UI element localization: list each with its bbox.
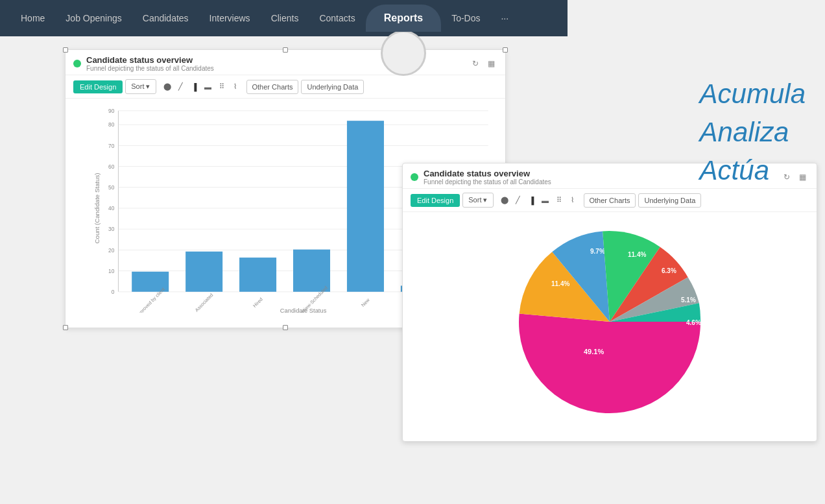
svg-text:90: 90 [108,108,115,114]
tagline-line1: Acumula [700,75,806,114]
sort-button-right[interactable]: Sort ▾ [462,193,493,208]
svg-text:4.6%: 4.6% [686,319,701,326]
svg-text:9.7%: 9.7% [590,248,605,255]
other-charts-button-left[interactable]: Other Charts [246,80,299,94]
area-chart-icon-left[interactable]: ⌇ [230,81,241,93]
svg-text:20: 20 [108,246,115,253]
nav-more[interactable]: ··· [490,0,519,36]
svg-text:New: New [360,296,371,308]
pie-chart-area-right: 49.1% 11.4% 9.7% 11.4% 6.3% 5.1% 4.6% [403,212,817,431]
other-charts-button-right[interactable]: Other Charts [584,193,636,208]
chart-type-icons-left: ⬤ ╱ ▐ ▬ ⠿ ⌇ [161,81,241,93]
chart-panel-right: Candidate status overview Funnel depicti… [402,163,817,442]
selection-handle-bl[interactable] [63,325,68,330]
bar-chart-icon-right[interactable]: ▐ [526,195,538,206]
line-chart-icon-left[interactable]: ╱ [175,81,187,93]
pie-chart-svg-right: 49.1% 11.4% 9.7% 11.4% 6.3% 5.1% 4.6% [506,218,713,426]
chart-header-icons-left: ↻ ▦ [470,58,497,69]
selection-handle-tr[interactable] [503,47,508,53]
navbar: Home Job Openings Candidates Interviews … [0,0,568,36]
reports-circle-indicator [381,30,426,76]
svg-text:Hired: Hired [252,296,263,309]
tagline-line3: Actúa [700,152,806,190]
svg-text:Candidate Status: Candidate Status [280,307,327,313]
svg-text:Associated: Associated [194,292,214,313]
svg-text:30: 30 [108,226,115,232]
scatter-icon-left[interactable]: ⠿ [216,81,228,93]
dot-chart-icon-left[interactable]: ⬤ [161,81,173,93]
chart-toolbar-left: Edit Design Sort ▾ ⬤ ╱ ▐ ▬ ⠿ ⌇ Other Cha… [66,75,505,99]
chart-status-dot-left [73,60,81,67]
bar-chart-icon-left[interactable]: ▐ [189,81,200,93]
nav-candidates[interactable]: Candidates [132,0,199,36]
scatter-icon-right[interactable]: ⠿ [553,195,565,206]
bar-chart2-icon-right[interactable]: ▬ [540,195,551,206]
chart-status-dot-right [411,173,418,181]
svg-text:40: 40 [108,205,115,211]
edit-design-button-right[interactable]: Edit Design [411,194,460,207]
edit-design-button-left[interactable]: Edit Design [73,80,123,93]
selection-handle-bc[interactable] [283,325,288,330]
nav-home[interactable]: Home [10,0,55,36]
line-chart-icon-right[interactable]: ╱ [512,195,524,206]
dot-chart-icon-right[interactable]: ⬤ [499,195,510,206]
sort-button-left[interactable]: Sort ▾ [125,79,156,94]
underlying-data-button-right[interactable]: Underlying Data [638,193,701,208]
svg-text:80: 80 [108,121,115,128]
selection-handle-tc[interactable] [283,47,288,53]
bar-hired[interactable] [239,258,276,292]
svg-text:5.1%: 5.1% [681,296,696,304]
svg-text:11.4%: 11.4% [628,251,646,258]
main-content: Candidate status overview Funnel depicti… [0,36,825,504]
svg-text:11.4%: 11.4% [551,280,569,287]
svg-text:6.3%: 6.3% [662,267,676,274]
selection-handle-tl[interactable] [63,47,68,53]
svg-text:50: 50 [108,184,115,191]
nav-job-openings[interactable]: Job Openings [55,0,132,36]
svg-text:49.1%: 49.1% [584,348,604,355]
svg-text:0: 0 [112,289,115,295]
chart-toolbar-right: Edit Design Sort ▾ ⬤ ╱ ▐ ▬ ⠿ ⌇ Other Cha… [403,189,817,212]
bar-associated[interactable] [185,252,222,292]
refresh-icon-left[interactable]: ↻ [470,58,481,69]
bar-new[interactable] [347,121,384,292]
underlying-data-button-left[interactable]: Underlying Data [301,80,364,94]
bar-chart2-icon-left[interactable]: ▬ [202,81,214,93]
nav-contacts[interactable]: Contacts [309,0,365,36]
nav-interviews[interactable]: Interviews [199,0,261,36]
tagline: Acumula Analiza Actúa [700,75,806,189]
svg-text:60: 60 [108,163,115,170]
nav-reports-wrapper: Reports [366,5,441,32]
nav-todos[interactable]: To-Dos [441,0,490,36]
svg-text:10: 10 [108,268,115,274]
svg-text:Count (Candidate Status): Count (Candidate Status) [94,173,101,244]
area-chart-icon-right[interactable]: ⌇ [567,195,579,206]
table-icon-left[interactable]: ▦ [485,58,497,69]
nav-bar: Home Job Openings Candidates Interviews … [0,0,568,36]
nav-clients[interactable]: Clients [261,0,309,36]
tagline-line2: Analiza [700,114,806,152]
chart-header-left: Candidate status overview Funnel depicti… [66,50,505,75]
pie-slice-1[interactable] [519,314,700,414]
svg-text:70: 70 [108,142,115,149]
nav-reports[interactable]: Reports [366,5,441,32]
chart-type-icons-right: ⬤ ╱ ▐ ▬ ⠿ ⌇ [499,195,579,206]
